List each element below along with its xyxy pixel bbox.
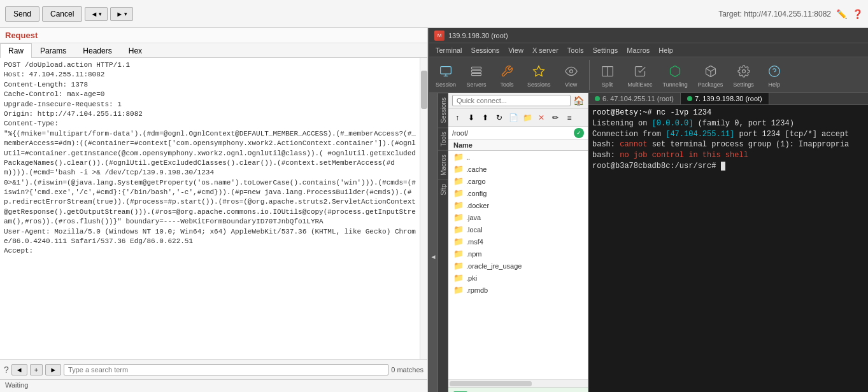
tab-headers[interactable]: Headers (75, 43, 120, 58)
list-item[interactable]: 📁 .msf4 (448, 235, 588, 248)
list-item[interactable]: 📁 .config (448, 187, 588, 199)
menu-tools[interactable]: Tools (564, 46, 588, 55)
search-add-button[interactable]: + (30, 364, 43, 375)
send-button[interactable]: Send (5, 6, 39, 22)
mobaxterm-window: M 139.9.198.30 (root) Terminal Sessions … (428, 28, 868, 392)
fb-mode-btn[interactable]: ≡ (563, 111, 576, 124)
toolbar-left: Send Cancel ◄ ▾ ► ▾ (5, 6, 133, 22)
moba-toolbar: Session Servers Tools Sessions (429, 57, 868, 93)
tool-tunneling[interactable]: Tunneling (659, 61, 692, 89)
moba-left-sidebar: ◄ Sessions Tools Macros Sftp (429, 93, 448, 392)
fb-upload-btn[interactable]: ⬆ (479, 111, 492, 124)
moba-menubar: Terminal Sessions View X server Tools Se… (429, 43, 868, 57)
file-browser: 🏠 ↑ ⬇ ⬆ ↻ 📄 📁 ✕ ✏ ≡ /root/ ✓ (448, 93, 588, 392)
menu-help[interactable]: Help (655, 46, 677, 55)
fb-newfolder-btn[interactable]: 📁 (521, 111, 534, 124)
menu-settings[interactable]: Settings (589, 46, 622, 55)
tool-sessions-2[interactable]: Sessions (523, 61, 555, 89)
list-item[interactable]: 📁 .local (448, 223, 588, 235)
svg-point-11 (742, 69, 745, 73)
search-bar: ? ◄ + ► 0 matches (0, 359, 427, 379)
search-input[interactable] (64, 364, 388, 375)
request-panel-header: Request (0, 28, 427, 43)
request-tab-bar: Raw Params Headers Hex (0, 43, 427, 58)
collapse-arrow[interactable]: ◄ (429, 93, 438, 392)
nav-fwd-button[interactable]: ► ▾ (110, 7, 133, 21)
sidebar-tab-sessions[interactable]: Sessions (438, 93, 448, 127)
fb-up-btn[interactable]: ↑ (451, 111, 464, 124)
fb-delete-btn[interactable]: ✕ (535, 111, 548, 124)
list-item[interactable]: 📁 .cargo (448, 175, 588, 187)
menu-macros[interactable]: Macros (623, 46, 653, 55)
moba-content-area: ◄ Sessions Tools Macros Sftp 🏠 (429, 93, 868, 392)
fb-item-dotdot[interactable]: 📁 .. (448, 151, 588, 163)
tab-params[interactable]: Params (32, 43, 75, 58)
sidebar-tab-macros[interactable]: Macros (438, 150, 448, 179)
menu-view[interactable]: View (504, 46, 527, 55)
svg-rect-5 (472, 73, 481, 75)
nav-back-button[interactable]: ◄ ▾ (85, 7, 108, 21)
fb-rename-btn[interactable]: ✏ (549, 111, 562, 124)
terminal-tab-2[interactable]: 7. 139.9.198.30 (root) (681, 93, 769, 104)
moba-window-title: 139.9.198.30 (root) (448, 32, 508, 39)
tool-help[interactable]: Help (760, 61, 788, 89)
tool-view[interactable]: View (557, 61, 585, 89)
tool-servers[interactable]: Servers (462, 61, 490, 89)
tool-settings[interactable]: Settings (729, 61, 758, 89)
svg-rect-3 (472, 67, 481, 69)
fb-path-text: /root/ (452, 129, 571, 137)
fb-hscrollbar[interactable] (448, 379, 588, 387)
quick-connect-input[interactable] (452, 95, 571, 106)
quick-connect-bar: 🏠 (448, 93, 588, 109)
fb-status-ok: ✓ (574, 128, 584, 138)
list-item[interactable]: 📁 .npm (448, 248, 588, 260)
tool-tools[interactable]: Tools (493, 61, 521, 89)
remote-monitoring-button[interactable]: Remote monitoring (448, 388, 588, 392)
tool-split[interactable]: Split (594, 61, 622, 89)
moba-app-icon: M (434, 31, 445, 41)
tab-raw[interactable]: Raw (0, 43, 32, 58)
target-label: Target: http://47.104.255.11:8082 (718, 10, 831, 18)
fb-download-btn[interactable]: ⬇ (465, 111, 478, 124)
sidebar-tab-tools[interactable]: Tools (438, 127, 448, 150)
list-item[interactable]: 📁 .java (448, 211, 588, 223)
svg-marker-6 (534, 66, 544, 76)
svg-rect-4 (472, 70, 481, 72)
menu-sessions[interactable]: Sessions (467, 46, 504, 55)
terminal-area: 6. 47.104.255.11 (root) 7. 139.9.198.30 … (588, 93, 868, 392)
menu-terminal[interactable]: Terminal (432, 46, 466, 55)
term-line-5: bash: no job control in this shell (592, 150, 864, 161)
fb-refresh-btn[interactable]: ↻ (493, 111, 506, 124)
sidebar-tab-sftp[interactable]: Sftp (438, 179, 448, 199)
menu-x-server[interactable]: X server (529, 46, 562, 55)
term-line-3: Connection from [47.104.255.11] port 123… (592, 129, 864, 140)
terminal-tab-1[interactable]: 6. 47.104.255.11 (root) (588, 93, 681, 104)
term-line-1: root@Betsy:~# nc -lvp 1234 (592, 108, 864, 118)
fb-newfile-btn[interactable]: 📄 (507, 111, 520, 124)
toolbar-right: Target: http://47.104.255.11:8082 ✏️ ❓ (718, 9, 863, 19)
edit-icon[interactable]: ✏️ (836, 9, 847, 19)
cancel-button[interactable]: Cancel (42, 6, 82, 22)
moba-titlebar: M 139.9.198.30 (root) (429, 28, 868, 43)
list-item[interactable]: 📁 .oracle_jre_usage (448, 260, 588, 272)
terminal-screen[interactable]: root@Betsy:~# nc -lvp 1234 Listening on … (588, 105, 868, 392)
terminal-tab-bar: 6. 47.104.255.11 (root) 7. 139.9.198.30 … (588, 93, 868, 105)
tool-multiexec[interactable]: MultiExec (624, 61, 657, 89)
list-item[interactable]: 📁 .rpmdb (448, 284, 588, 296)
help-icon[interactable]: ❓ (852, 9, 863, 19)
help-circle-icon[interactable]: ? (4, 365, 9, 375)
request-body: POST /doUpload.action HTTP/1.1 Host: 47.… (0, 58, 420, 359)
home-icon[interactable]: 🏠 (573, 95, 584, 106)
tool-session[interactable]: Session (432, 61, 460, 89)
tab-hex[interactable]: Hex (120, 43, 150, 58)
match-count: 0 matches (391, 366, 423, 374)
svg-point-7 (569, 69, 573, 73)
top-toolbar: Send Cancel ◄ ▾ ► ▾ Target: http://47.10… (0, 0, 868, 28)
list-item[interactable]: 📁 .cache (448, 163, 588, 175)
list-item[interactable]: 📁 .docker (448, 199, 588, 211)
search-prev-button[interactable]: ◄ (11, 364, 27, 375)
tool-packages[interactable]: Packages (694, 61, 727, 89)
list-item[interactable]: 📁 .pki (448, 272, 588, 284)
search-next-button[interactable]: ► (45, 364, 61, 375)
term-line-2: Listening on [0.0.0.0] (family 0, port 1… (592, 118, 864, 129)
